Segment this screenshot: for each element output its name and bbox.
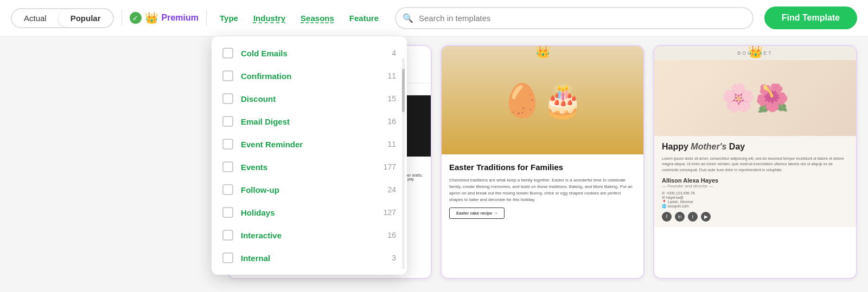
dropdown-checkbox[interactable] [222,93,233,104]
crown-badge-3: 👑 [748,45,763,59]
dropdown-item-label: Internal [241,254,384,263]
crown-badge-2: 👑 [535,45,550,59]
dropdown-item-count: 16 [387,117,396,126]
separator [122,10,122,26]
dropdown-item-count: 4 [392,49,396,57]
dropdown-item-label: Email Digest [241,117,380,126]
dropdown-checkbox[interactable] [222,48,233,59]
card3-name: Allison Alexa Hayes [662,177,848,184]
dropdown-item[interactable]: Event Reminder11 [212,133,407,155]
dropdown-checkbox[interactable] [222,184,233,195]
dropdown-item[interactable]: Events177 [212,155,407,178]
dropdown-item-label: Interactive [241,231,380,240]
card2-text: Cherished traditions are what keep a fam… [449,177,636,203]
dropdown-item[interactable]: Interactive16 [212,224,407,246]
dropdown-item[interactable]: Internal3 [212,246,407,269]
dropdown-item-count: 16 [387,231,396,239]
search-icon: 🔍 [403,13,413,23]
card-easter: 👑 🥚🎂 Easter Traditions for Families Cher… [441,45,644,279]
view-toggle: Actual Popular [11,8,114,28]
scrollbar-thumb [402,69,405,112]
dropdown-checkbox[interactable] [222,116,233,127]
dropdown-checkbox[interactable] [222,139,233,150]
type-dropdown: Cold Emails4Confirmation11Discount15Emai… [212,36,407,275]
card2-link[interactable]: Easter cake recipe → [449,207,505,219]
flowers-decoration: 🌸🌺 [722,82,789,114]
dropdown-item-count: 15 [387,94,396,103]
card2-body: Easter Traditions for Families Cherished… [442,154,643,226]
facebook-icon: f [662,212,672,222]
crown-icon: 👑 [145,11,158,24]
dropdown-item-count: 11 [387,140,396,148]
dropdown-item-label: Event Reminder [241,140,380,149]
scrollbar[interactable] [402,58,405,269]
dropdown-item[interactable]: Follow-up24 [212,178,407,201]
dropdown-checkbox[interactable] [222,70,233,81]
dropdown-item[interactable]: Discount15 [212,87,407,110]
card3-role: — Founder and director — [662,184,848,189]
seasons-filter-btn[interactable]: Seasons [295,10,340,26]
type-filter-btn[interactable]: Type [214,10,244,26]
youtube-icon: ▶ [701,212,711,222]
card-mothersday: 👑 BOUQUET 🌸🌺 Happy Mother's Day Lorem ip… [653,45,857,279]
card3-body: Happy Mother's Day Lorem ipsum dolor sit… [654,136,856,227]
navbar: Actual Popular ✓ 👑 Premium Type Industry… [0,0,868,36]
dropdown-item-label: Holidays [241,208,376,217]
dropdown-item-count: 127 [384,208,396,217]
dropdown-checkbox[interactable] [222,161,233,172]
premium-badge[interactable]: ✓ 👑 Premium [130,11,199,24]
card3-social: f in t ▶ [662,212,848,222]
dropdown-item[interactable]: Cold Emails4 [212,42,407,64]
card3-text: Lorem ipsum dolor sit amet, consectetur … [662,156,848,173]
search-input[interactable] [395,7,754,29]
dropdown-item-label: Follow-up [241,185,380,194]
easter-decoration: 🥚🎂 [442,46,643,154]
dropdown-item-count: 24 [387,185,396,194]
dropdown-item-label: Confirmation [241,72,380,81]
actual-toggle[interactable]: Actual [12,9,59,27]
dropdown-checkbox[interactable] [222,207,233,218]
dropdown-item[interactable]: Holidays127 [212,201,407,224]
card2-title: Easter Traditions for Families [449,162,636,173]
dropdown-checkbox[interactable] [222,230,233,241]
dropdown-item-count: 177 [384,163,396,171]
separator2 [206,10,207,26]
feature-filter-btn[interactable]: Feature [344,10,384,26]
popular-toggle[interactable]: Popular [59,9,113,27]
find-template-button[interactable]: Find Template [764,7,857,29]
main-content: Cold Emails4Confirmation11Discount15Emai… [0,36,868,288]
card3-image: 🌸🌺 [654,60,856,136]
instagram-icon: in [675,212,685,222]
dropdown-item-label: Events [241,163,376,172]
dropdown-item-label: Discount [241,94,380,103]
search-bar: 🔍 [395,7,754,29]
premium-label: Premium [162,13,199,23]
card3-contact: ✆ +000.123.456.78 ✉ hayersa@ 📍 Larkin, M… [662,191,848,209]
card2-image: 🥚🎂 [442,46,643,154]
industry-filter-btn[interactable]: Industry [248,10,291,26]
dropdown-item[interactable]: Email Digest16 [212,110,407,133]
dropdown-item-count: 11 [387,72,396,80]
twitter-icon: t [688,212,698,222]
dropdown-item-count: 3 [392,254,396,262]
dropdown-item[interactable]: Confirmation11 [212,64,407,87]
check-icon: ✓ [130,12,142,24]
card3-title: Happy Mother's Day [662,141,848,153]
dropdown-checkbox[interactable] [222,252,233,263]
dropdown-item-label: Cold Emails [241,49,384,58]
